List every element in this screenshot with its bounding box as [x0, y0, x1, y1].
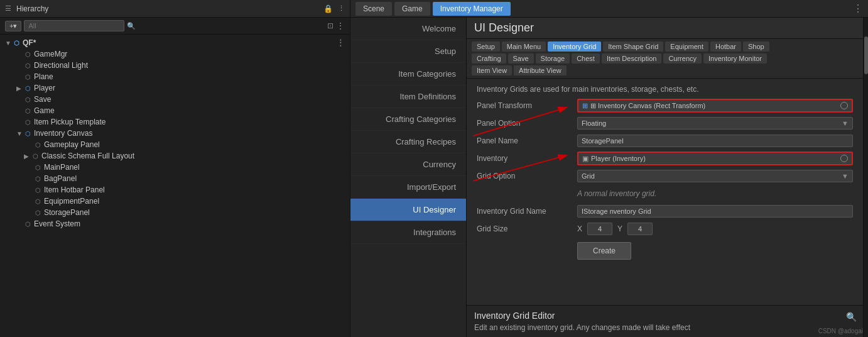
tab-storage[interactable]: Storage [536, 53, 570, 64]
cube-icon-invcanvas: ⬡ [25, 130, 31, 137]
tree-arrow-invcanvas: ▼ [16, 130, 24, 137]
grid-size-label: Grid Size [477, 224, 577, 233]
field-row-grid-size: Grid Size X Y [477, 222, 853, 236]
tree-item-save[interactable]: ⬡ Save [0, 94, 350, 105]
tab-currency[interactable]: Currency [663, 53, 702, 64]
topbar-dots-right[interactable]: ⋮ [853, 3, 863, 14]
tab-inventory-grid[interactable]: Inventory Grid [548, 41, 601, 52]
tree-item-pickup[interactable]: ⬡ Item Pickup Template [0, 116, 350, 128]
hierarchy-dots[interactable]: ⋮ [336, 21, 345, 31]
designer-content: Inventory Grids are used for main invent… [467, 79, 863, 305]
topbar-dots-left[interactable]: ⋮ [338, 4, 345, 13]
tree-label-storage: StoragePanel [44, 208, 90, 217]
tree-item-gameplay[interactable]: ⬡ Gameplay Panel [0, 139, 350, 150]
tab-inventory-manager[interactable]: Inventory Manager [433, 2, 511, 16]
tree-item-player[interactable]: ▶ ⬡ Player [0, 82, 350, 94]
tree-item-dirlight[interactable]: ⬡ Directional Light [0, 60, 350, 71]
tree-item-qf[interactable]: ▼ ⬡ QF* ⋮ [0, 37, 350, 48]
cube-icon-qf: ⬡ [14, 40, 19, 47]
nav-crafting-recipes[interactable]: Crafting Recipes [350, 131, 466, 153]
top-bar: ☰ Hierarchy 🔒 ⋮ Scene Game Inventory Man… [0, 0, 868, 18]
tab-chest[interactable]: Chest [572, 53, 600, 64]
field-row-create: Create [477, 240, 853, 260]
lock-icon: 🔒 [323, 4, 333, 13]
tree-item-invcanvas[interactable]: ▼ ⬡ Inventory Canvas [0, 128, 350, 139]
tab-item-description[interactable]: Item Description [602, 53, 661, 64]
inventory-value: Player (Inventory) [591, 155, 646, 162]
hierarchy-bar-title: Hierarchy [16, 4, 48, 13]
field-row-grid-name: Inventory Grid Name [477, 204, 853, 218]
field-row-grid-option: Grid Option Grid ▼ [477, 169, 853, 183]
tab-main-menu[interactable]: Main Menu [502, 41, 546, 52]
scrollbar-thumb[interactable] [864, 36, 868, 74]
tab-equipment[interactable]: Equipment [665, 41, 708, 52]
tree-label-pickup: Item Pickup Template [34, 118, 106, 126]
tree-item-plane[interactable]: ⬡ Plane [0, 71, 350, 82]
tab-scene[interactable]: Scene [355, 2, 392, 16]
tab-attribute-view[interactable]: Attribute View [514, 65, 567, 75]
tab-crafting[interactable]: Crafting [472, 53, 506, 64]
tab-setup[interactable]: Setup [472, 41, 500, 52]
inventory-label: Inventory [477, 154, 577, 163]
cube-icon-save: ⬡ [25, 96, 31, 103]
tree-item-storage[interactable]: ⬡ StoragePanel [0, 207, 350, 218]
cube-icon-eventsystem: ⬡ [25, 221, 31, 228]
tree-item-classic[interactable]: ▶ ⬡ Classic Schema Full Layout [0, 150, 350, 162]
tree-item-hotbar[interactable]: ⬡ Item Hotbar Panel [0, 184, 350, 196]
nav-welcome[interactable]: Welcome [350, 18, 466, 40]
nav-crafting-categories[interactable]: Crafting Categories [350, 108, 466, 131]
cube-icon-storage: ⬡ [35, 209, 41, 216]
add-button[interactable]: +▾ [5, 21, 21, 31]
nav-setup[interactable]: Setup [350, 40, 466, 63]
hierarchy-search-icon: 🔍 [127, 22, 136, 30]
grid-y-input[interactable] [627, 223, 653, 235]
inventory-circle[interactable] [840, 155, 848, 162]
panel-option-arrow: ▼ [842, 119, 849, 127]
nav-ui-designer[interactable]: UI Designer [350, 199, 466, 221]
attribution: CSDN @adogai [818, 328, 863, 334]
designer-title: UI Designer [474, 21, 534, 34]
tree-label-eventsystem: Event System [34, 219, 80, 228]
grid-option-arrow: ▼ [842, 172, 849, 180]
tree-item-eventsystem[interactable]: ⬡ Event System [0, 218, 350, 229]
tab-hotbar[interactable]: Hotbar [710, 41, 741, 52]
tree-item-gamemgr[interactable]: ⬡ GameMgr [0, 48, 350, 60]
editor-search-icon[interactable]: 🔍 [846, 312, 857, 322]
field-row-panel-name: Panel Name [477, 134, 853, 148]
nav-item-definitions[interactable]: Item Definitions [350, 86, 466, 108]
editor-title: Inventory Grid Editor [474, 311, 855, 321]
tree-item-bagpanel[interactable]: ⬡ BagPanel [0, 173, 350, 184]
nav-currency[interactable]: Currency [350, 153, 466, 176]
tree-item-mainpanel[interactable]: ⬡ MainPanel [0, 162, 350, 173]
tab-game[interactable]: Game [394, 2, 430, 16]
nav-import-export[interactable]: Import/Export [350, 176, 466, 199]
tree-item-equipment[interactable]: ⬡ EquipmentPanel [0, 196, 350, 207]
nav-item-categories[interactable]: Item Categories [350, 63, 466, 86]
panel-name-input[interactable] [577, 135, 853, 147]
panel-transform-circle[interactable] [840, 102, 848, 109]
panel-option-value: Floating [582, 119, 606, 127]
inventory-field[interactable]: ▣ Player (Inventory) [577, 152, 853, 165]
grid-x-input[interactable] [587, 223, 612, 235]
tree-dots-qf[interactable]: ⋮ [336, 38, 345, 48]
tab-save[interactable]: Save [508, 53, 534, 64]
inventory-icon: ▣ [582, 155, 589, 163]
designer-tabs: Setup Main Menu Inventory Grid Item Shap… [467, 39, 863, 55]
cube-icon-dirlight: ⬡ [25, 62, 31, 69]
hierarchy-search-input[interactable] [24, 20, 124, 31]
panel-transform-field[interactable]: ⊞ ⊞ Inventory Canvas (Rect Transform) [577, 99, 853, 113]
tab-inventory-monitor[interactable]: Inventory Monitor [703, 53, 767, 64]
panel-option-select[interactable]: Floating ▼ [577, 117, 853, 130]
grid-option-select[interactable]: Grid ▼ [577, 170, 853, 182]
tree-item-game[interactable]: ⬡ Game [0, 105, 350, 116]
tree-label-dirlight: Directional Light [34, 61, 88, 70]
nav-integrations[interactable]: Integrations [350, 221, 466, 244]
tab-item-shape-grid[interactable]: Item Shape Grid [603, 41, 663, 52]
tab-shop[interactable]: Shop [743, 41, 769, 52]
create-button[interactable]: Create [577, 242, 631, 260]
tree-arrow-player: ▶ [16, 85, 24, 92]
tab-item-view[interactable]: Item View [472, 65, 512, 75]
grid-name-input[interactable] [577, 205, 853, 218]
cube-icon-mainpanel: ⬡ [35, 164, 41, 171]
tree-arrow-qf: ▼ [5, 40, 13, 47]
